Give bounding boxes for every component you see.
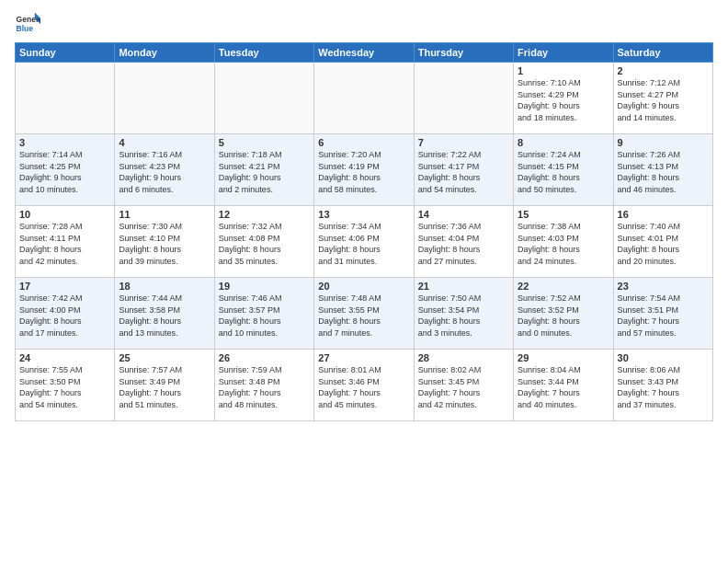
day-number: 9 bbox=[618, 137, 709, 148]
day-number: 25 bbox=[119, 352, 210, 363]
calendar-week-1: 1Sunrise: 7:10 AM Sunset: 4:29 PM Daylig… bbox=[16, 63, 713, 134]
calendar-cell: 3Sunrise: 7:14 AM Sunset: 4:25 PM Daylig… bbox=[16, 134, 115, 206]
day-number: 22 bbox=[518, 281, 609, 292]
day-number: 20 bbox=[318, 281, 409, 292]
day-info: Sunrise: 7:55 AM Sunset: 3:50 PM Dayligh… bbox=[19, 364, 110, 410]
calendar-cell: 7Sunrise: 7:22 AM Sunset: 4:17 PM Daylig… bbox=[414, 134, 513, 206]
calendar-cell: 9Sunrise: 7:26 AM Sunset: 4:13 PM Daylig… bbox=[613, 134, 712, 206]
day-info: Sunrise: 7:10 AM Sunset: 4:29 PM Dayligh… bbox=[518, 77, 609, 123]
day-info: Sunrise: 7:57 AM Sunset: 3:49 PM Dayligh… bbox=[119, 364, 210, 410]
day-number: 4 bbox=[119, 137, 210, 148]
day-number: 29 bbox=[518, 352, 609, 363]
calendar-week-3: 10Sunrise: 7:28 AM Sunset: 4:11 PM Dayli… bbox=[16, 206, 713, 278]
day-number: 14 bbox=[418, 209, 509, 220]
day-number: 12 bbox=[219, 209, 310, 220]
day-info: Sunrise: 7:59 AM Sunset: 3:48 PM Dayligh… bbox=[219, 364, 310, 410]
day-number: 27 bbox=[318, 352, 409, 363]
calendar-cell: 19Sunrise: 7:46 AM Sunset: 3:57 PM Dayli… bbox=[214, 278, 313, 350]
calendar-cell: 14Sunrise: 7:36 AM Sunset: 4:04 PM Dayli… bbox=[414, 206, 513, 278]
day-number: 30 bbox=[618, 352, 709, 363]
day-number: 7 bbox=[418, 137, 509, 148]
calendar-cell bbox=[214, 63, 313, 134]
calendar-cell bbox=[414, 63, 513, 134]
calendar-cell: 20Sunrise: 7:48 AM Sunset: 3:55 PM Dayli… bbox=[314, 278, 414, 350]
day-info: Sunrise: 7:14 AM Sunset: 4:25 PM Dayligh… bbox=[19, 149, 110, 195]
calendar-cell: 25Sunrise: 7:57 AM Sunset: 3:49 PM Dayli… bbox=[115, 350, 214, 421]
day-info: Sunrise: 7:16 AM Sunset: 4:23 PM Dayligh… bbox=[119, 149, 210, 195]
weekday-tuesday: Tuesday bbox=[214, 43, 313, 63]
calendar-table: SundayMondayTuesdayWednesdayThursdayFrid… bbox=[15, 42, 713, 421]
day-info: Sunrise: 7:34 AM Sunset: 4:06 PM Dayligh… bbox=[318, 221, 409, 267]
day-info: Sunrise: 7:26 AM Sunset: 4:13 PM Dayligh… bbox=[618, 149, 709, 195]
day-number: 28 bbox=[418, 352, 509, 363]
svg-text:Blue: Blue bbox=[17, 24, 34, 33]
day-number: 2 bbox=[618, 65, 709, 76]
calendar-cell bbox=[115, 63, 214, 134]
day-info: Sunrise: 7:12 AM Sunset: 4:27 PM Dayligh… bbox=[618, 77, 709, 123]
day-number: 23 bbox=[618, 281, 709, 292]
day-number: 8 bbox=[518, 137, 609, 148]
calendar-cell: 6Sunrise: 7:20 AM Sunset: 4:19 PM Daylig… bbox=[314, 134, 414, 206]
day-info: Sunrise: 7:28 AM Sunset: 4:11 PM Dayligh… bbox=[19, 221, 110, 267]
day-number: 11 bbox=[119, 209, 210, 220]
day-number: 24 bbox=[19, 352, 110, 363]
calendar-cell: 5Sunrise: 7:18 AM Sunset: 4:21 PM Daylig… bbox=[214, 134, 313, 206]
day-info: Sunrise: 7:30 AM Sunset: 4:10 PM Dayligh… bbox=[119, 221, 210, 267]
logo-icon: General Blue bbox=[15, 11, 40, 37]
day-number: 13 bbox=[318, 209, 409, 220]
day-info: Sunrise: 7:24 AM Sunset: 4:15 PM Dayligh… bbox=[518, 149, 609, 195]
day-number: 18 bbox=[119, 281, 210, 292]
calendar-cell: 2Sunrise: 7:12 AM Sunset: 4:27 PM Daylig… bbox=[613, 63, 712, 134]
day-info: Sunrise: 7:38 AM Sunset: 4:03 PM Dayligh… bbox=[518, 221, 609, 267]
calendar-cell: 21Sunrise: 7:50 AM Sunset: 3:54 PM Dayli… bbox=[414, 278, 513, 350]
day-info: Sunrise: 8:01 AM Sunset: 3:46 PM Dayligh… bbox=[318, 364, 409, 410]
calendar-cell: 8Sunrise: 7:24 AM Sunset: 4:15 PM Daylig… bbox=[514, 134, 613, 206]
calendar-cell: 11Sunrise: 7:30 AM Sunset: 4:10 PM Dayli… bbox=[115, 206, 214, 278]
day-info: Sunrise: 7:52 AM Sunset: 3:52 PM Dayligh… bbox=[518, 293, 609, 339]
calendar-cell: 24Sunrise: 7:55 AM Sunset: 3:50 PM Dayli… bbox=[16, 350, 115, 421]
calendar-cell: 30Sunrise: 8:06 AM Sunset: 3:43 PM Dayli… bbox=[613, 350, 712, 421]
calendar-cell: 17Sunrise: 7:42 AM Sunset: 4:00 PM Dayli… bbox=[16, 278, 115, 350]
day-info: Sunrise: 7:46 AM Sunset: 3:57 PM Dayligh… bbox=[219, 293, 310, 339]
day-number: 6 bbox=[318, 137, 409, 148]
calendar-cell: 1Sunrise: 7:10 AM Sunset: 4:29 PM Daylig… bbox=[514, 63, 613, 134]
day-info: Sunrise: 7:44 AM Sunset: 3:58 PM Dayligh… bbox=[119, 293, 210, 339]
calendar-cell: 18Sunrise: 7:44 AM Sunset: 3:58 PM Dayli… bbox=[115, 278, 214, 350]
day-number: 10 bbox=[19, 209, 110, 220]
weekday-sunday: Sunday bbox=[16, 43, 115, 63]
day-number: 16 bbox=[618, 209, 709, 220]
calendar-cell: 12Sunrise: 7:32 AM Sunset: 4:08 PM Dayli… bbox=[214, 206, 313, 278]
calendar-cell: 23Sunrise: 7:54 AM Sunset: 3:51 PM Dayli… bbox=[613, 278, 712, 350]
day-info: Sunrise: 7:18 AM Sunset: 4:21 PM Dayligh… bbox=[219, 149, 310, 195]
calendar-header: General Blue bbox=[15, 11, 713, 37]
day-info: Sunrise: 8:02 AM Sunset: 3:45 PM Dayligh… bbox=[418, 364, 509, 410]
calendar-week-4: 17Sunrise: 7:42 AM Sunset: 4:00 PM Dayli… bbox=[16, 278, 713, 350]
day-number: 5 bbox=[219, 137, 310, 148]
calendar-cell: 13Sunrise: 7:34 AM Sunset: 4:06 PM Dayli… bbox=[314, 206, 414, 278]
day-info: Sunrise: 8:06 AM Sunset: 3:43 PM Dayligh… bbox=[618, 364, 709, 410]
day-info: Sunrise: 7:42 AM Sunset: 4:00 PM Dayligh… bbox=[19, 293, 110, 339]
day-number: 15 bbox=[518, 209, 609, 220]
day-info: Sunrise: 7:20 AM Sunset: 4:19 PM Dayligh… bbox=[318, 149, 409, 195]
calendar-cell: 4Sunrise: 7:16 AM Sunset: 4:23 PM Daylig… bbox=[115, 134, 214, 206]
day-number: 17 bbox=[19, 281, 110, 292]
day-info: Sunrise: 7:32 AM Sunset: 4:08 PM Dayligh… bbox=[219, 221, 310, 267]
calendar-cell: 26Sunrise: 7:59 AM Sunset: 3:48 PM Dayli… bbox=[214, 350, 313, 421]
day-info: Sunrise: 7:54 AM Sunset: 3:51 PM Dayligh… bbox=[618, 293, 709, 339]
calendar-cell: 28Sunrise: 8:02 AM Sunset: 3:45 PM Dayli… bbox=[414, 350, 513, 421]
day-info: Sunrise: 7:36 AM Sunset: 4:04 PM Dayligh… bbox=[418, 221, 509, 267]
calendar-cell: 27Sunrise: 8:01 AM Sunset: 3:46 PM Dayli… bbox=[314, 350, 414, 421]
logo: General Blue bbox=[15, 11, 40, 37]
day-number: 21 bbox=[418, 281, 509, 292]
calendar-cell bbox=[16, 63, 115, 134]
weekday-monday: Monday bbox=[115, 43, 214, 63]
day-number: 26 bbox=[219, 352, 310, 363]
day-info: Sunrise: 7:50 AM Sunset: 3:54 PM Dayligh… bbox=[418, 293, 509, 339]
calendar-cell: 22Sunrise: 7:52 AM Sunset: 3:52 PM Dayli… bbox=[514, 278, 613, 350]
calendar-cell: 15Sunrise: 7:38 AM Sunset: 4:03 PM Dayli… bbox=[514, 206, 613, 278]
calendar-cell: 29Sunrise: 8:04 AM Sunset: 3:44 PM Dayli… bbox=[514, 350, 613, 421]
day-number: 19 bbox=[219, 281, 310, 292]
weekday-thursday: Thursday bbox=[414, 43, 513, 63]
day-info: Sunrise: 8:04 AM Sunset: 3:44 PM Dayligh… bbox=[518, 364, 609, 410]
calendar-cell: 16Sunrise: 7:40 AM Sunset: 4:01 PM Dayli… bbox=[613, 206, 712, 278]
